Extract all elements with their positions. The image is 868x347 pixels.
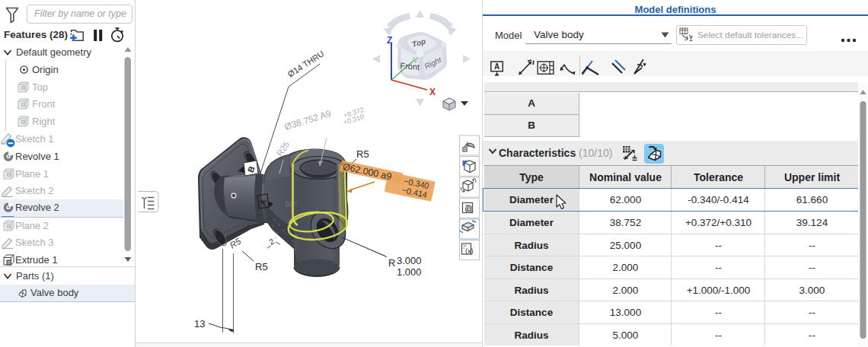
svg-text:Ø62.000 a9: Ø62.000 a9 — [342, 161, 393, 182]
svg-text:(x): (x) — [465, 247, 474, 255]
svg-text:Ø38.752 A9: Ø38.752 A9 — [283, 108, 333, 132]
svg-text:R5: R5 — [356, 148, 369, 160]
svg-text:13: 13 — [194, 318, 205, 329]
svg-text:Z: Z — [387, 35, 392, 46]
svg-text:A: A — [494, 62, 499, 71]
svg-text:1.000: 1.000 — [397, 266, 422, 278]
svg-text:X: X — [429, 87, 436, 97]
svg-text:Y: Y — [413, 56, 419, 65]
svg-text:80°: 80° — [285, 199, 298, 209]
svg-text:R5: R5 — [255, 261, 268, 272]
svg-text:3.000: 3.000 — [397, 255, 422, 266]
svg-text:R: R — [388, 257, 395, 269]
svg-text:2: 2 — [268, 237, 276, 247]
